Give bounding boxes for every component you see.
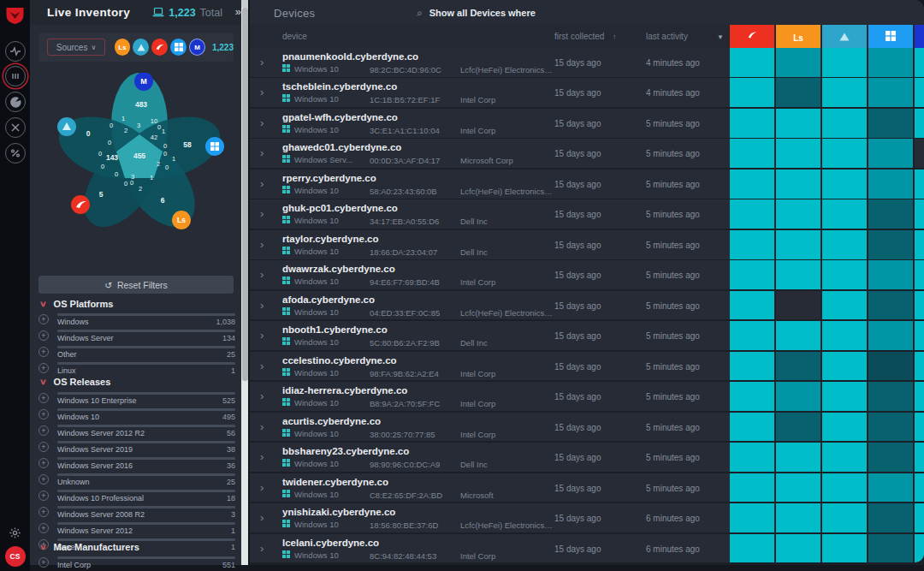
device-name[interactable]: rperry.cyberdyne.co [282,173,376,183]
heatmap-cell[interactable] [868,139,913,168]
heatmap-cell[interactable] [822,352,867,381]
device-name[interactable]: nbooth1.cyberdyne.co [282,324,388,335]
sort-icon[interactable]: ↑ [613,33,617,41]
add-filter-icon[interactable]: + [38,523,49,533]
heatmap-cell[interactable] [915,443,924,472]
heatmap-cell[interactable] [730,352,774,381]
heatmap-cell[interactable] [776,260,820,289]
filter-item[interactable]: +Other25 [38,344,237,360]
heatmap-cell[interactable] [915,170,924,199]
heatmap-cell[interactable] [868,78,913,107]
column-device[interactable]: device [282,32,307,41]
heatmap-cell[interactable] [868,382,913,411]
filter-item[interactable]: +Intel Corp551 [38,555,237,571]
heatmap-cell[interactable] [822,260,867,289]
heatmap-cell[interactable] [915,199,924,229]
heatmap-cell[interactable] [868,503,913,532]
table-row[interactable]: ›afoda.cyberdyne.coWindows 1004:ED:33:EF… [250,291,730,320]
heatmap-cell[interactable] [822,382,867,411]
heatmap-cell[interactable] [730,109,774,138]
heatmap-cell[interactable] [868,109,913,138]
heatmap-column-windows-icon[interactable] [868,25,913,48]
column-last-activity[interactable]: last activity [646,32,688,41]
triangle-agent-icon[interactable] [133,39,149,56]
heatmap-cell[interactable] [868,413,913,442]
section-mac-manufacturers[interactable]: ∨ Mac Manufacturers [40,542,139,552]
heatmap-cell[interactable] [730,199,774,229]
filter-item[interactable]: +Windows Server 201636 [38,455,237,472]
table-row[interactable]: ›ynishizaki.cyberdyne.coWindows 1018:56:… [250,503,730,532]
heatmap-cell[interactable] [915,78,924,107]
add-filter-icon[interactable]: + [38,409,49,419]
heatmap-cell[interactable] [915,291,924,320]
expand-row-icon[interactable]: › [260,207,264,220]
expand-row-icon[interactable]: › [260,542,264,555]
column-first-collected[interactable]: first collected [554,32,604,41]
expand-row-icon[interactable]: › [260,390,264,402]
reset-filters-button[interactable]: ↺ Reset Filters [38,276,234,294]
table-row[interactable]: ›idiaz-herrera.cyberdyne.coWindows 10B8:… [250,382,730,411]
table-row[interactable]: ›lcelani.cyberdyne.coWindows 108C:94:82:… [250,534,730,563]
add-filter-icon[interactable]: + [38,491,49,501]
expand-row-icon[interactable]: › [260,481,264,494]
add-filter-icon[interactable]: + [38,425,49,436]
expand-row-icon[interactable]: › [260,511,264,524]
heatmap-cell[interactable] [776,352,820,381]
heatmap-cell[interactable] [730,321,774,350]
heatmap-cell[interactable] [868,321,913,350]
windows-icon[interactable] [170,39,187,56]
heatmap-cell[interactable] [730,78,774,107]
scrollbar-thumb[interactable] [242,8,248,381]
heatmap-cell[interactable] [868,443,913,472]
heatmap-cell[interactable] [776,78,820,107]
heatmap-cell[interactable] [776,473,820,503]
heatmap-cell[interactable] [776,382,820,411]
scroll-up-button[interactable] [241,0,248,8]
heatmap-cell[interactable] [868,260,913,289]
heatmap-cell[interactable] [730,170,774,199]
heatmap-cell[interactable] [822,48,867,77]
heatmap-cell[interactable] [730,48,774,77]
heatmap-cell[interactable] [822,413,867,442]
expand-row-icon[interactable]: › [260,86,264,98]
filter-item[interactable]: +Linux1 [38,360,237,377]
add-filter-icon[interactable]: + [38,507,49,517]
device-name[interactable]: tscheblein.cyberdyne.co [282,81,397,92]
heatmap-cell[interactable] [822,321,867,350]
lansweeper-icon[interactable]: Ls [115,39,131,56]
add-filter-icon[interactable]: + [38,474,49,485]
heatmap-cell[interactable] [822,199,867,229]
table-row[interactable]: ›acurtis.cyberdyne.coWindows 1038:00:25:… [250,413,730,442]
heatmap-cell[interactable] [868,534,913,563]
collapse-sidebar-button[interactable]: » [235,5,241,18]
table-row[interactable]: ›twidener.cyberdyne.coWindows 10C8:E2:65… [250,473,730,503]
heatmap-cell[interactable] [730,503,774,532]
heatmap-column-triangle-agent-icon[interactable] [822,25,867,48]
heatmap-cell[interactable] [868,199,913,229]
add-filter-icon[interactable]: + [38,330,49,341]
table-row[interactable]: ›bbshareny23.cyberdyne.coWindows 1098:90… [250,443,730,472]
device-name[interactable]: afoda.cyberdyne.co [282,294,375,305]
filter-item[interactable]: +Windows 10495 [38,407,237,423]
heatmap-cell[interactable] [776,109,820,138]
heatmap-cell[interactable] [822,534,867,563]
falcon-icon[interactable] [71,195,90,214]
add-filter-icon[interactable]: + [38,347,49,357]
table-row[interactable]: ›pnaumenkoold.cyberdyne.coWindows 1098:2… [250,48,730,77]
filter-item[interactable]: +Unknown25 [38,472,237,488]
heatmap-cell[interactable] [822,230,867,259]
heatmap-cell[interactable] [822,503,867,532]
pie-icon[interactable] [5,92,26,112]
falcon-icon[interactable] [151,39,168,56]
heatmap-cell[interactable] [868,291,913,320]
heatmap-cell[interactable] [822,291,867,320]
heatmap-cell[interactable] [915,260,924,289]
table-row[interactable]: ›gpatel-wfh.cyberdyne.coWindows 103C:E1:… [250,109,730,138]
heatmap-cell[interactable] [868,48,913,77]
filter-item[interactable]: +Windows 10 Enterprise525 [38,390,237,407]
heatmap-cell[interactable] [776,230,820,259]
heatmap-cell[interactable] [776,48,820,77]
heatmap-cell[interactable] [915,473,924,503]
device-name[interactable]: ynishizaki.cyberdyne.co [282,507,395,517]
heatmap-cell[interactable] [915,352,924,381]
